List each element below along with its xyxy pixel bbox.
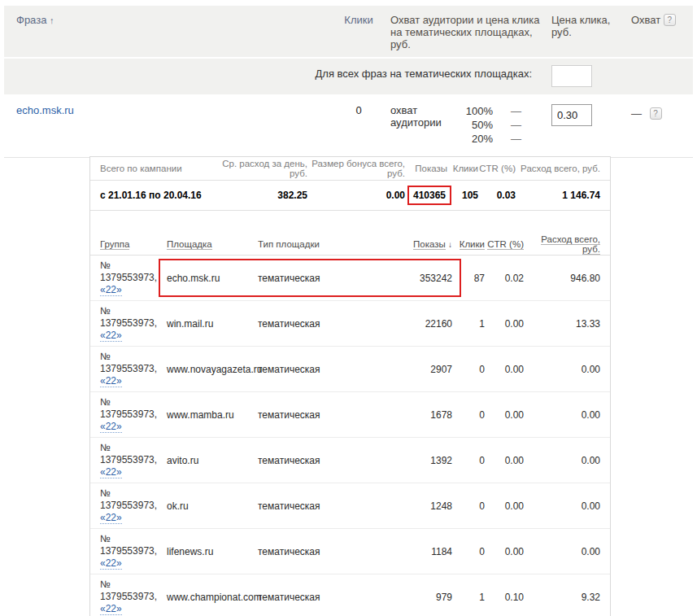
group-number-sign: № xyxy=(100,260,167,272)
phrase-clicks-value: 0 xyxy=(333,104,384,116)
group-id: 1379553973, xyxy=(100,408,167,421)
shows-column-header[interactable]: Показы xyxy=(413,239,446,250)
clicks-column-header: Клики xyxy=(333,14,384,26)
platform-column-header[interactable]: Площадка xyxy=(167,239,212,250)
group-cell: № 1379553973, «22» xyxy=(100,487,167,524)
platform-type: тематическая xyxy=(258,318,368,330)
shows-value: 1392 xyxy=(368,455,452,466)
group-number-sign: № xyxy=(100,351,167,363)
shows-value: 1184 xyxy=(368,546,452,557)
group-link[interactable]: «22» xyxy=(100,512,122,524)
ctr-value: 0.00 xyxy=(485,318,524,330)
group-link[interactable]: «22» xyxy=(100,603,122,615)
group-link[interactable]: «22» xyxy=(100,375,122,387)
platform-row: № 1379553973, «22» avito.ru тематическая… xyxy=(90,438,610,483)
reach-column-label: Охват xyxy=(631,14,660,26)
platform-row: № 1379553973, «22» echo.msk.ru тематичес… xyxy=(90,256,610,301)
group-cell: № 1379553973, «22» xyxy=(100,351,167,387)
clicks-value: 0 xyxy=(452,455,485,466)
summary-total-value: 1 146.74 xyxy=(516,190,600,201)
reach-percent: 50% xyxy=(462,118,493,132)
summary-header-clicks: Клики xyxy=(447,164,478,173)
summary-total-row: с 21.01.16 по 20.04.16 382.25 0.00 41036… xyxy=(90,181,610,211)
total-column-header[interactable]: Расход всего, руб. xyxy=(541,234,600,255)
shows-value: 353242 xyxy=(368,273,452,284)
cost-value: 0.00 xyxy=(524,455,600,466)
shows-value: 1248 xyxy=(368,500,452,512)
reach-percent: 100% xyxy=(462,104,493,118)
group-link[interactable]: «22» xyxy=(100,330,122,342)
group-number-sign: № xyxy=(100,579,167,591)
ctr-value: 0.10 xyxy=(485,592,524,603)
summary-header-row: Всего по кампании Ср. расход за день, ру… xyxy=(90,157,610,181)
all-phrases-filter-row: Для всех фраз на тематических площадках: xyxy=(4,59,693,94)
platform-name: lifenews.ru xyxy=(167,546,258,557)
ctr-value: 0.00 xyxy=(485,455,524,466)
shows-highlight-box: 410365 xyxy=(407,186,451,205)
reach-percent: 20% xyxy=(462,132,493,146)
platform-type: тематическая xyxy=(258,592,368,603)
clicks-value: 1 xyxy=(452,592,485,603)
reach-caption: охват аудитории xyxy=(390,104,451,129)
group-cell: № 1379553973, «22» xyxy=(100,305,167,342)
group-column-header[interactable]: Группа xyxy=(100,239,129,250)
group-id: 1379553973, xyxy=(100,591,167,603)
group-cell: № 1379553973, «22» xyxy=(100,533,167,570)
help-icon[interactable]: ? xyxy=(650,107,662,120)
cost-value: 0.00 xyxy=(524,500,600,512)
cost-value: 946.80 xyxy=(524,273,600,284)
group-link[interactable]: «22» xyxy=(100,421,122,433)
group-id: 1379553973, xyxy=(100,317,167,330)
ctr-value: 0.00 xyxy=(485,546,524,557)
phrase-row: echo.msk.ru 0 охват аудитории 100% — 50%… xyxy=(4,94,693,157)
phrase-header-row: Фраза ↑ Клики Охват аудитории и цена кли… xyxy=(4,6,693,57)
cost-value: 0.00 xyxy=(524,546,600,557)
clicks-column-header[interactable]: Клики xyxy=(460,239,485,250)
all-phrases-price-cell xyxy=(543,65,626,87)
reach-value-dash: — xyxy=(631,107,642,120)
group-cell: № 1379553973, «22» xyxy=(100,260,167,296)
summary-header-total: Расход всего, руб. xyxy=(516,164,600,173)
phrase-column-header[interactable]: Фраза ↑ xyxy=(4,14,333,26)
reach-dash: — xyxy=(511,132,543,146)
clicks-value: 1 xyxy=(452,318,485,330)
price-input[interactable] xyxy=(551,104,592,126)
platform-name: www.mamba.ru xyxy=(167,409,258,421)
platform-row: № 1379553973, «22» www.mamba.ru тематиче… xyxy=(90,392,610,438)
summary-ctr-value: 0.03 xyxy=(478,190,516,201)
help-icon[interactable]: ? xyxy=(664,14,676,26)
platform-name: ok.ru xyxy=(167,500,258,512)
clicks-value: 0 xyxy=(452,500,485,512)
click-price-column-header: Цена клика, руб. xyxy=(543,14,626,38)
platform-row: № 1379553973, «22» www.championat.com те… xyxy=(90,574,610,616)
platform-type: тематическая xyxy=(258,500,368,512)
group-number-sign: № xyxy=(100,305,167,317)
summary-header-bonus: Размер бонуса всего, руб. xyxy=(307,159,405,178)
shows-value: 979 xyxy=(368,592,452,603)
platform-row: № 1379553973, «22» www.novayagazeta.ru т… xyxy=(90,347,610,392)
platform-name: win.mail.ru xyxy=(167,318,258,330)
platform-type: тематическая xyxy=(258,546,368,557)
ctr-value: 0.00 xyxy=(485,409,524,421)
reach-level-100: 100% — xyxy=(462,104,543,118)
phrase-link[interactable]: echo.msk.ru xyxy=(16,104,74,116)
reach-column-header: Охват ? xyxy=(626,14,693,26)
summary-avg-day-value: 382.25 xyxy=(222,190,307,201)
platform-name: echo.msk.ru xyxy=(167,273,258,284)
platform-type: тематическая xyxy=(258,455,368,466)
phrase-column-label: Фраза xyxy=(16,14,46,26)
summary-header-title: Всего по кампании xyxy=(100,164,222,173)
group-cell: № 1379553973, «22» xyxy=(100,579,167,615)
group-cell: № 1379553973, «22» xyxy=(100,396,167,433)
group-link[interactable]: «22» xyxy=(100,284,122,296)
platform-name: avito.ru xyxy=(167,455,258,466)
group-link[interactable]: «22» xyxy=(100,557,122,570)
group-link[interactable]: «22» xyxy=(100,466,122,478)
ctr-value: 0.00 xyxy=(485,500,524,512)
shows-value: 2907 xyxy=(368,364,452,375)
summary-shows-value: 410365 xyxy=(413,190,446,201)
phrase-reach-cell: — ? xyxy=(626,104,693,120)
ctr-column-header[interactable]: CTR (%) xyxy=(487,239,524,250)
sort-up-icon: ↑ xyxy=(50,15,54,25)
all-phrases-price-input[interactable] xyxy=(551,65,592,87)
